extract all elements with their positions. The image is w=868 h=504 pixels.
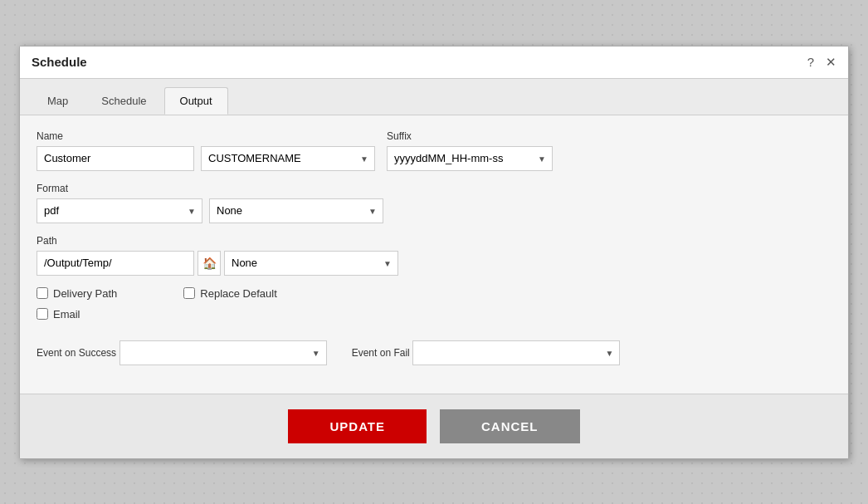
name-suffix-section: Name CUSTOMERNAME ▼ Suffix yyyyddMM_HH-m… bbox=[37, 130, 831, 171]
dialog-titlebar: Schedule ? ✕ bbox=[20, 46, 848, 79]
format-label: Format bbox=[37, 183, 831, 194]
email-row: Email bbox=[37, 308, 117, 321]
customername-select[interactable]: CUSTOMERNAME bbox=[201, 146, 375, 171]
replace-default-checkbox[interactable] bbox=[183, 287, 195, 299]
dialog-footer: UPDATE CANCEL bbox=[20, 394, 848, 458]
event-success-label: Event on Success bbox=[37, 347, 116, 359]
tab-bar: Map Schedule Output bbox=[20, 79, 848, 115]
events-section: Event on Success ▼ Event on Fail ▼ bbox=[37, 340, 831, 365]
customername-select-wrap: CUSTOMERNAME ▼ bbox=[201, 146, 375, 171]
suffix-select-wrap: yyyyddMM_HH-mm-ss ▼ bbox=[387, 146, 553, 171]
email-label: Email bbox=[53, 308, 80, 321]
event-success-select-wrap: ▼ bbox=[119, 340, 327, 365]
close-icon[interactable]: ✕ bbox=[826, 55, 836, 70]
name-input[interactable] bbox=[37, 146, 194, 171]
event-success-group: Event on Success ▼ bbox=[37, 340, 327, 365]
delivery-path-label: Delivery Path bbox=[53, 287, 117, 300]
event-success-select[interactable] bbox=[119, 340, 327, 365]
format-section: Format pdf ▼ None ▼ bbox=[37, 183, 831, 223]
format-none-select[interactable]: None bbox=[209, 198, 383, 223]
titlebar-icons: ? ✕ bbox=[807, 55, 836, 70]
schedule-dialog: Schedule ? ✕ Map Schedule Output Name CU… bbox=[19, 46, 849, 459]
name-row: CUSTOMERNAME ▼ bbox=[37, 146, 375, 171]
tab-map[interactable]: Map bbox=[32, 87, 84, 115]
home-button[interactable]: 🏠 bbox=[197, 251, 221, 276]
format-select[interactable]: pdf bbox=[37, 198, 202, 223]
tab-schedule[interactable]: Schedule bbox=[85, 87, 162, 115]
cancel-button[interactable]: CANCEL bbox=[440, 409, 580, 443]
event-fail-group: Event on Fail ▼ bbox=[352, 340, 621, 365]
path-section: Path 🏠 None ▼ bbox=[37, 235, 831, 276]
path-none-select-wrap: None ▼ bbox=[224, 251, 398, 276]
email-checkbox[interactable] bbox=[37, 308, 48, 320]
checkboxes-left: Delivery Path Email bbox=[37, 287, 117, 329]
name-label: Name bbox=[37, 130, 375, 142]
tab-output[interactable]: Output bbox=[164, 87, 228, 115]
path-input[interactable] bbox=[37, 251, 194, 276]
event-fail-select-wrap: ▼ bbox=[412, 340, 620, 365]
format-select-wrap: pdf ▼ bbox=[37, 198, 202, 223]
path-none-select[interactable]: None bbox=[224, 251, 398, 276]
delivery-path-checkbox[interactable] bbox=[37, 287, 48, 299]
event-fail-select[interactable] bbox=[412, 340, 620, 365]
path-label: Path bbox=[37, 235, 831, 247]
checkboxes-right: Replace Default bbox=[183, 287, 277, 329]
path-row: 🏠 None ▼ bbox=[37, 251, 831, 276]
dialog-title: Schedule bbox=[32, 55, 87, 69]
suffix-group: Suffix yyyyddMM_HH-mm-ss ▼ bbox=[387, 130, 553, 171]
dialog-body: Name CUSTOMERNAME ▼ Suffix yyyyddMM_HH-m… bbox=[20, 115, 848, 394]
suffix-select[interactable]: yyyyddMM_HH-mm-ss bbox=[387, 146, 553, 171]
update-button[interactable]: UPDATE bbox=[288, 409, 427, 443]
replace-default-row: Replace Default bbox=[183, 287, 277, 300]
event-fail-label: Event on Fail bbox=[352, 347, 410, 359]
help-icon[interactable]: ? bbox=[807, 55, 814, 69]
format-none-select-wrap: None ▼ bbox=[209, 198, 383, 223]
delivery-path-row: Delivery Path bbox=[37, 287, 117, 300]
checkboxes-section: Delivery Path Email Replace Default bbox=[37, 287, 831, 329]
replace-default-label: Replace Default bbox=[200, 287, 277, 300]
suffix-label: Suffix bbox=[387, 130, 553, 142]
name-group: Name CUSTOMERNAME ▼ bbox=[37, 130, 375, 171]
